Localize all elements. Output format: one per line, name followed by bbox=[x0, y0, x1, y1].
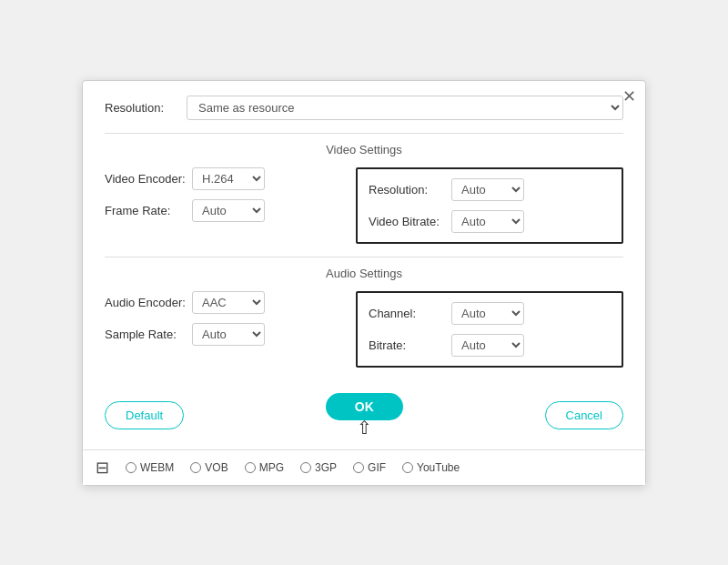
settings-dialog: ✕ Resolution: Same as resource Video Set… bbox=[82, 80, 646, 486]
frame-rate-row: Frame Rate: Auto bbox=[105, 199, 347, 222]
frame-rate-label: Frame Rate: bbox=[105, 204, 187, 217]
arrow-up-icon: ⇧ bbox=[357, 417, 372, 439]
bitrate-row: Bitrate: Auto bbox=[369, 334, 611, 357]
channel-label: Channel: bbox=[369, 307, 446, 320]
format-mpg-radio[interactable] bbox=[245, 462, 256, 473]
resolution-label: Resolution: bbox=[105, 101, 177, 115]
video-bitrate-label: Video Bitrate: bbox=[369, 215, 446, 228]
format-3gp[interactable]: 3GP bbox=[300, 461, 337, 474]
video-left-settings: Video Encoder: H.264 Frame Rate: Auto bbox=[105, 167, 347, 244]
audio-left-settings: Audio Encoder: AAC Sample Rate: Auto bbox=[105, 291, 347, 368]
channel-row: Channel: Auto bbox=[369, 302, 611, 325]
frame-rate-select[interactable]: Auto bbox=[192, 199, 265, 222]
ok-container: OK ⇧ bbox=[326, 393, 403, 439]
divider-audio bbox=[105, 257, 623, 257]
sample-rate-select[interactable]: Auto bbox=[192, 323, 265, 346]
audio-encoder-label: Audio Encoder: bbox=[105, 296, 187, 309]
format-icon: ⊟ bbox=[96, 458, 109, 478]
resolution-right-select[interactable]: Auto bbox=[451, 178, 524, 201]
sample-rate-label: Sample Rate: bbox=[105, 328, 187, 341]
footer-buttons: Default OK ⇧ Cancel bbox=[105, 380, 623, 449]
format-webm-radio[interactable] bbox=[126, 462, 136, 473]
sample-rate-row: Sample Rate: Auto bbox=[105, 323, 347, 346]
video-encoder-row: Video Encoder: H.264 bbox=[105, 167, 347, 190]
audio-encoder-row: Audio Encoder: AAC bbox=[105, 291, 347, 314]
cancel-button[interactable]: Cancel bbox=[545, 401, 623, 429]
default-button[interactable]: Default bbox=[105, 401, 184, 429]
format-vob[interactable]: VOB bbox=[190, 461, 228, 474]
video-encoder-label: Video Encoder: bbox=[105, 172, 187, 186]
video-settings-area: Video Encoder: H.264 Frame Rate: Auto Re… bbox=[105, 167, 623, 244]
audio-encoder-select[interactable]: AAC bbox=[192, 291, 265, 314]
divider-video bbox=[105, 133, 623, 134]
top-resolution-row: Resolution: Same as resource bbox=[105, 96, 623, 120]
bitrate-label: Bitrate: bbox=[369, 338, 446, 352]
format-gif[interactable]: GIF bbox=[353, 461, 386, 474]
resolution-right-label: Resolution: bbox=[369, 183, 446, 197]
close-button[interactable]: ✕ bbox=[622, 88, 636, 105]
video-right-settings: Resolution: Auto Video Bitrate: Auto bbox=[356, 167, 623, 244]
video-bitrate-row: Video Bitrate: Auto bbox=[369, 210, 611, 233]
channel-select[interactable]: Auto bbox=[451, 302, 524, 325]
audio-settings-title: Audio Settings bbox=[105, 267, 623, 280]
format-bar: ⊟ WEBM VOB MPG 3GP GIF YouTube bbox=[83, 449, 645, 485]
format-youtube-radio[interactable] bbox=[402, 462, 413, 473]
resolution-select[interactable]: Same as resource bbox=[187, 96, 623, 120]
video-bitrate-select[interactable]: Auto bbox=[451, 210, 524, 233]
resolution-right-row: Resolution: Auto bbox=[369, 178, 611, 201]
video-encoder-select[interactable]: H.264 bbox=[192, 167, 265, 190]
format-youtube[interactable]: YouTube bbox=[402, 461, 460, 474]
audio-right-settings: Channel: Auto Bitrate: Auto bbox=[356, 291, 623, 368]
format-mpg[interactable]: MPG bbox=[245, 461, 284, 474]
format-vob-radio[interactable] bbox=[190, 462, 201, 473]
format-3gp-radio[interactable] bbox=[300, 462, 311, 473]
video-settings-title: Video Settings bbox=[105, 143, 623, 156]
bitrate-select[interactable]: Auto bbox=[451, 334, 524, 357]
format-gif-radio[interactable] bbox=[353, 462, 364, 473]
audio-settings-area: Audio Encoder: AAC Sample Rate: Auto Cha… bbox=[105, 291, 623, 368]
format-webm[interactable]: WEBM bbox=[126, 461, 174, 474]
